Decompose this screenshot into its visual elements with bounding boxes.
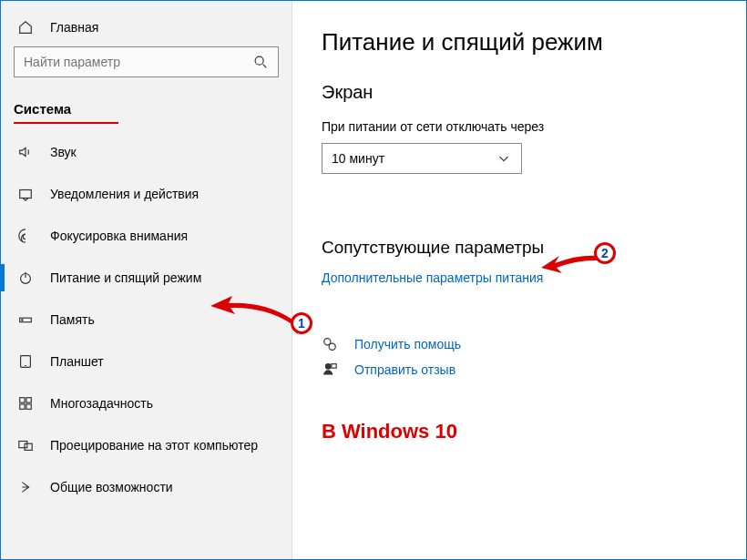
- tablet-icon: [17, 353, 34, 370]
- sidebar-item-focus[interactable]: Фокусировка внимания: [1, 215, 292, 257]
- sidebar-item-label: Общие возможности: [50, 480, 173, 494]
- related-heading: Сопутствующие параметры: [322, 238, 746, 258]
- help-icon: [322, 336, 338, 352]
- svg-point-14: [326, 364, 331, 369]
- svg-rect-1: [20, 190, 32, 199]
- sidebar-item-label: Питание и спящий режим: [50, 270, 201, 285]
- sidebar-item-tablet[interactable]: Планшет: [1, 341, 292, 382]
- notifications-icon: [17, 186, 34, 202]
- svg-point-13: [329, 343, 335, 350]
- sound-icon: [17, 144, 34, 160]
- svg-rect-15: [332, 364, 336, 369]
- sidebar-category: Система: [1, 87, 292, 122]
- svg-rect-7: [26, 398, 31, 402]
- sidebar-item-project[interactable]: Проецирование на этот компьютер: [1, 424, 292, 466]
- multitask-icon: [17, 395, 34, 412]
- svg-point-4: [22, 320, 23, 321]
- sidebar-item-storage[interactable]: Память: [1, 299, 292, 341]
- screen-off-value: 10 минут: [332, 151, 384, 166]
- search-input[interactable]: [14, 46, 279, 77]
- chevron-down-icon: [496, 150, 512, 167]
- sidebar-item-shared[interactable]: Общие возможности: [1, 466, 292, 508]
- focus-icon: [17, 228, 34, 244]
- section-screen-heading: Экран: [322, 82, 746, 103]
- svg-rect-8: [20, 404, 25, 409]
- additional-power-link[interactable]: Дополнительные параметры питания: [322, 270, 543, 285]
- storage-icon: [17, 311, 34, 328]
- sidebar-nav: Звук Уведомления и действия Фокусировка …: [1, 131, 292, 508]
- sidebar-item-label: Многозадачность: [50, 396, 153, 411]
- sidebar-item-label: Звук: [50, 145, 77, 159]
- get-help-link[interactable]: Получить помощь: [354, 337, 461, 351]
- search-wrap: [1, 46, 292, 87]
- project-icon: [17, 437, 34, 453]
- home-icon: [17, 19, 34, 36]
- home-label: Главная: [50, 20, 98, 35]
- sidebar-item-notifications[interactable]: Уведомления и действия: [1, 173, 292, 215]
- page-title: Питание и спящий режим: [322, 28, 746, 56]
- annotation-caption: В Windows 10: [322, 420, 746, 443]
- sidebar-item-power[interactable]: Питание и спящий режим: [1, 257, 292, 299]
- power-icon: [17, 270, 34, 286]
- sidebar-item-label: Проецирование на этот компьютер: [50, 438, 258, 453]
- svg-point-0: [255, 56, 263, 65]
- svg-rect-9: [26, 404, 31, 409]
- sidebar: Главная Система Звук Уведомления и дейст…: [1, 1, 292, 559]
- search-field[interactable]: [24, 55, 252, 69]
- sidebar-item-home[interactable]: Главная: [1, 8, 292, 46]
- screen-off-label: При питании от сети отключать через: [322, 119, 746, 134]
- main-content: Питание и спящий режим Экран При питании…: [292, 1, 746, 559]
- svg-rect-11: [25, 443, 32, 450]
- screen-off-select[interactable]: 10 минут: [322, 143, 522, 174]
- sidebar-item-sound[interactable]: Звук: [1, 131, 292, 173]
- sidebar-item-label: Фокусировка внимания: [50, 229, 188, 243]
- sidebar-item-multitask[interactable]: Многозадачность: [1, 382, 292, 424]
- sidebar-item-label: Уведомления и действия: [50, 187, 199, 201]
- feedback-link[interactable]: Отправить отзыв: [354, 362, 455, 377]
- svg-rect-10: [19, 442, 27, 448]
- annotation-underline: [14, 122, 118, 124]
- sidebar-item-label: Планшет: [50, 354, 104, 369]
- feedback-icon: [322, 361, 338, 378]
- search-icon: [252, 54, 269, 70]
- svg-rect-6: [20, 398, 25, 402]
- shared-icon: [17, 479, 34, 495]
- sidebar-item-label: Память: [50, 312, 95, 327]
